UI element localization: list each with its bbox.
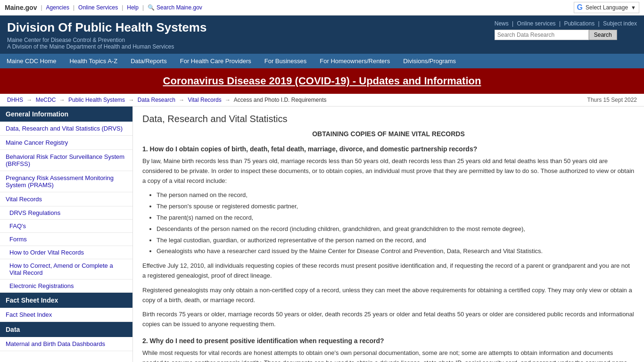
q1-p3: Registered genealogists may only obtain … bbox=[142, 286, 635, 305]
sidebar-item-electronic-registrations[interactable]: Electronic Registrations bbox=[0, 280, 132, 293]
nav-maine-cdc-home[interactable]: Maine CDC Home bbox=[0, 54, 63, 68]
q1-p2: Effective July 12, 2010, all individuals… bbox=[142, 261, 635, 281]
q1-p1: By law, Maine birth records less than 75… bbox=[142, 156, 635, 186]
breadcrumb-dhhs[interactable]: DHHS bbox=[7, 97, 23, 103]
bullet-item-1: The person named on the record, bbox=[157, 190, 635, 200]
select-language-arrow[interactable]: ▼ bbox=[631, 5, 636, 10]
online-services-link[interactable]: Online Services bbox=[78, 4, 118, 11]
sidebar-item-prams[interactable]: Pregnancy Risk Assessment Monitoring Sys… bbox=[0, 171, 132, 192]
breadcrumb-vital-records[interactable]: Vital Records bbox=[188, 97, 222, 103]
google-g-icon: G bbox=[577, 3, 583, 12]
sidebar-item-brfss[interactable]: Behavioral Risk Factor Surveillance Syst… bbox=[0, 150, 132, 171]
section-title: OBTAINING COPIES OF MAINE VITAL RECORDS bbox=[142, 130, 635, 138]
q2-heading: 2. Why do I need to present positive ide… bbox=[142, 337, 635, 345]
sidebar-item-vital-records[interactable]: Vital Records bbox=[0, 192, 132, 206]
bullet-list: The person named on the record, The pers… bbox=[157, 190, 635, 256]
content-area: Data, Research and Vital Statistics OBTA… bbox=[133, 107, 644, 362]
sidebar-item-drvs[interactable]: Data, Research and Vital Statistics (DRV… bbox=[0, 122, 132, 136]
select-language-label: Select Language bbox=[586, 4, 628, 11]
search-icon: 🔍 bbox=[148, 4, 155, 11]
online-services-link2[interactable]: Online services bbox=[517, 20, 556, 27]
nav-health-topics[interactable]: Health Topics A-Z bbox=[63, 54, 124, 68]
subject-index-link[interactable]: Subject index bbox=[603, 20, 637, 27]
bullet-item-3: The parent(s) named on the record, bbox=[157, 213, 635, 223]
breadcrumb-current: Access and Photo I.D. Requirements bbox=[234, 97, 327, 103]
breadcrumb-public-health[interactable]: Public Health Systems bbox=[68, 97, 125, 103]
bullet-item-2: The person's spouse or registered domest… bbox=[157, 202, 635, 212]
header-sub2: A Division of the Maine Department of He… bbox=[7, 43, 206, 50]
search-box: Search bbox=[495, 30, 637, 40]
q1-p4: Birth records 75 years or older, marriag… bbox=[142, 310, 635, 329]
sidebar-item-drvs-regulations[interactable]: DRVS Regulations bbox=[0, 206, 132, 220]
news-link[interactable]: News bbox=[495, 20, 509, 27]
page-title: Data, Research and Vital Statistics bbox=[142, 114, 635, 124]
bullet-item-4: Descendants of the person named on the r… bbox=[157, 224, 635, 234]
sidebar-item-fact-sheet-index[interactable]: Fact Sheet Index bbox=[0, 308, 132, 322]
sidebar-header-data: Data bbox=[0, 322, 132, 337]
sidebar-item-maternal-birth[interactable]: Maternal and Birth Data Dashboards bbox=[0, 337, 132, 351]
maine-gov-logo[interactable]: Maine.gov bbox=[5, 4, 37, 11]
nav-for-businesses[interactable]: For Businesses bbox=[258, 54, 314, 68]
sidebar-item-how-order[interactable]: How to Order Vital Records bbox=[0, 246, 132, 259]
header: Division Of Public Health Systems Maine … bbox=[0, 16, 644, 54]
help-link[interactable]: Help bbox=[127, 4, 139, 11]
sidebar-header-fact-sheet: Fact Sheet Index bbox=[0, 293, 132, 308]
search-input[interactable] bbox=[495, 30, 589, 40]
nav-divisions-programs[interactable]: Divisions/Programs bbox=[396, 54, 462, 68]
breadcrumb-data-research[interactable]: Data Research bbox=[138, 97, 175, 103]
page-date: Thurs 15 Sept 2022 bbox=[587, 97, 637, 103]
main-layout: General Information Data, Research and V… bbox=[0, 107, 644, 362]
sidebar: General Information Data, Research and V… bbox=[0, 107, 133, 362]
search-button[interactable]: Search bbox=[589, 30, 617, 40]
top-bar: Maine.gov | Agencies | Online Services |… bbox=[0, 0, 644, 16]
breadcrumb: DHHS → MeCDC → Public Health Systems → D… bbox=[7, 97, 326, 103]
nav-health-care-providers[interactable]: For Health Care Providers bbox=[173, 54, 258, 68]
header-sub1: Maine Center for Disease Control & Preve… bbox=[7, 37, 206, 43]
bullet-item-5: The legal custodian, guardian, or author… bbox=[157, 236, 635, 246]
breadcrumb-bar: DHHS → MeCDC → Public Health Systems → D… bbox=[0, 94, 644, 107]
site-title: Division Of Public Health Systems bbox=[7, 20, 206, 35]
q2-p1: While most requests for vital records ar… bbox=[142, 348, 635, 362]
publications-link[interactable]: Publications bbox=[564, 20, 594, 27]
main-nav: Maine CDC Home Health Topics A-Z Data/Re… bbox=[0, 54, 644, 68]
sidebar-item-cancer-registry[interactable]: Maine Cancer Registry bbox=[0, 136, 132, 150]
header-top-links: News | Online services | Publications | … bbox=[495, 20, 637, 27]
nav-homeowners-renters[interactable]: For Homeowners/Renters bbox=[313, 54, 396, 68]
google-translate-widget[interactable]: G Select Language ▼ bbox=[574, 2, 639, 13]
q1-heading: 1. How do I obtain copies of birth, deat… bbox=[142, 145, 635, 153]
search-maine-gov[interactable]: 🔍 Search Maine.gov bbox=[148, 4, 202, 11]
nav-data-reports[interactable]: Data/Reports bbox=[124, 54, 173, 68]
sidebar-header-general: General Information bbox=[0, 107, 132, 122]
covid-banner-link[interactable]: Coronavirus Disease 2019 (COVID-19) - Up… bbox=[163, 75, 481, 87]
agencies-link[interactable]: Agencies bbox=[46, 4, 69, 11]
sidebar-item-how-correct[interactable]: How to Correct, Amend or Complete a Vita… bbox=[0, 259, 132, 280]
covid-banner: Coronavirus Disease 2019 (COVID-19) - Up… bbox=[0, 68, 644, 94]
sidebar-item-forms[interactable]: Forms bbox=[0, 233, 132, 246]
bullet-item-6: Genealogists who have a researcher card … bbox=[157, 247, 635, 256]
breadcrumb-mecdc[interactable]: MeCDC bbox=[36, 97, 56, 103]
header-right: News | Online services | Publications | … bbox=[495, 20, 637, 40]
header-left: Division Of Public Health Systems Maine … bbox=[7, 20, 206, 50]
sidebar-item-faqs[interactable]: FAQ's bbox=[0, 220, 132, 233]
